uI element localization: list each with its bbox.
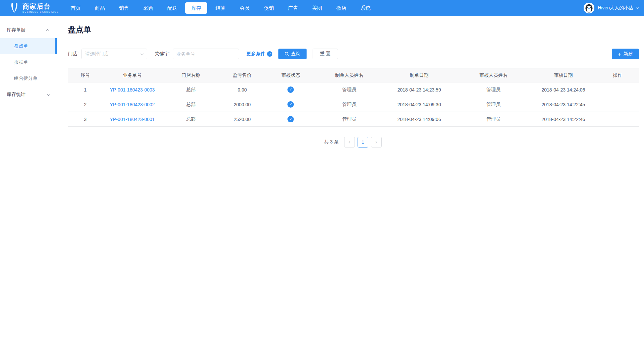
cell-created-at: 2018-04-23 14:09:30: [382, 97, 456, 112]
cell-index: 2: [68, 97, 102, 112]
nav-item-8[interactable]: 促销: [258, 2, 280, 14]
pagination-total: 共 3 条: [324, 139, 339, 145]
brand-leaf-icon: [9, 2, 19, 14]
brand-text: 商家后台 BUSINESS BACKSTAGE: [22, 3, 59, 13]
page-number-button[interactable]: 1: [358, 137, 368, 147]
cell-store: 总部: [162, 82, 219, 97]
nav-item-5[interactable]: 库存: [185, 2, 207, 14]
sidebar-item-0-0[interactable]: 盘点单: [0, 38, 57, 54]
sidebar-group-label: 库存单据: [7, 27, 25, 33]
cell-auditor: 管理员: [456, 112, 530, 127]
table-row: 2YP-001-180423-0002总部2000.00✓管理员2018-04-…: [68, 97, 639, 112]
audited-check-icon: ✓: [287, 116, 294, 122]
user-avatar: [584, 3, 594, 13]
cell-order-no: YP-001-180423-0003: [102, 82, 162, 97]
nav-item-7[interactable]: 会员: [233, 2, 256, 14]
column-header-5: 制单人员姓名: [316, 68, 382, 82]
column-header-0: 序号: [68, 68, 102, 82]
chevron-right-icon: ›: [375, 139, 377, 145]
sidebar-item-0-1[interactable]: 报损单: [0, 54, 57, 70]
column-header-4: 审核状态: [265, 68, 316, 82]
table-body: 1YP-001-180423-0003总部0.00✓管理员2018-04-23 …: [68, 82, 639, 127]
cell-order-no: YP-001-180423-0001: [102, 112, 162, 127]
chevron-up-icon: [46, 29, 49, 32]
cell-audit-status: ✓: [265, 112, 316, 127]
cell-audited-at: 2018-04-23 14:22:45: [531, 97, 596, 112]
cell-creator: 管理员: [316, 82, 382, 97]
search-button-label: 查询: [291, 51, 301, 57]
nav-item-6[interactable]: 结算: [209, 2, 231, 14]
more-conditions-link[interactable]: 更多条件: [247, 51, 272, 57]
column-header-3: 盈亏售价: [219, 68, 265, 82]
nav-item-11[interactable]: 微店: [330, 2, 352, 14]
user-menu[interactable]: Hiven大人的小店: [584, 3, 644, 13]
sidebar-group-1[interactable]: 库存统计: [0, 86, 57, 103]
nav-item-4[interactable]: 配送: [161, 2, 183, 14]
plus-icon: +: [618, 51, 621, 57]
filter-bar: 门店: 请选择门店 关键字: 更多条件 查询: [68, 49, 639, 59]
next-page-button[interactable]: ›: [371, 137, 382, 147]
sidebar: 库存单据盘点单报损单组合拆分单库存统计: [0, 16, 57, 362]
store-select[interactable]: 请选择门店: [82, 49, 147, 59]
column-header-1: 业务单号: [102, 68, 162, 82]
sidebar-group-0[interactable]: 库存单据: [0, 22, 57, 38]
pagination: 共 3 条 ‹ 1 ›: [68, 137, 639, 147]
nav-item-9[interactable]: 广告: [282, 2, 304, 14]
title-divider: [68, 41, 639, 41]
main-content: 盘点单 门店: 请选择门店 关键字: 更多条件 查询: [57, 16, 644, 362]
search-icon: [284, 52, 289, 56]
cell-profit-price: 0.00: [219, 82, 265, 97]
keyword-input[interactable]: [173, 49, 239, 59]
reset-button-label: 重 置: [320, 51, 331, 57]
cell-profit-price: 2000.00: [219, 97, 265, 112]
nav-item-2[interactable]: 销售: [113, 2, 135, 14]
audited-check-icon: ✓: [287, 86, 294, 93]
expand-conditions-icon: [267, 51, 272, 57]
inventory-table-area: 序号业务单号门店名称盈亏售价审核状态制单人员姓名制单日期审核人员姓名审核日期操作…: [68, 68, 639, 127]
reset-button[interactable]: 重 置: [313, 49, 338, 59]
top-navbar: 商家后台 BUSINESS BACKSTAGE 首页商品销售采购配送库存结算会员…: [0, 0, 644, 16]
nav-item-10[interactable]: 美团: [306, 2, 328, 14]
order-no-link[interactable]: YP-001-180423-0001: [110, 117, 155, 122]
penguin-avatar-icon: [584, 3, 594, 13]
cell-audit-status: ✓: [265, 82, 316, 97]
keyword-filter-label: 关键字:: [155, 51, 170, 57]
cell-actions: [596, 82, 639, 97]
page-title: 盘点单: [68, 16, 639, 41]
cell-order-no: YP-001-180423-0002: [102, 97, 162, 112]
nav-item-12[interactable]: 系统: [354, 2, 376, 14]
cell-audited-at: 2018-04-23 14:22:46: [531, 112, 596, 127]
create-button-label: 新建: [624, 51, 633, 57]
sidebar-group-label: 库存统计: [7, 92, 25, 98]
order-no-link[interactable]: YP-001-180423-0003: [110, 87, 155, 93]
cell-index: 1: [68, 82, 102, 97]
cell-store: 总部: [162, 97, 219, 112]
table-row: 3YP-001-180423-0001总部2520.00✓管理员2018-04-…: [68, 112, 639, 127]
store-select-placeholder: 请选择门店: [85, 51, 109, 57]
brand-title: 商家后台: [22, 3, 59, 10]
create-button[interactable]: + 新建: [612, 49, 639, 59]
column-header-2: 门店名称: [162, 68, 219, 82]
search-button[interactable]: 查询: [278, 49, 307, 59]
order-no-link[interactable]: YP-001-180423-0002: [110, 102, 155, 107]
cell-profit-price: 2520.00: [219, 112, 265, 127]
table-header-row: 序号业务单号门店名称盈亏售价审核状态制单人员姓名制单日期审核人员姓名审核日期操作: [68, 68, 639, 82]
cell-index: 3: [68, 112, 102, 127]
store-filter-label: 门店:: [68, 51, 79, 57]
column-header-7: 审核人员姓名: [456, 68, 530, 82]
cell-auditor: 管理员: [456, 82, 530, 97]
chevron-down-icon: [141, 52, 144, 55]
cell-created-at: 2018-04-23 14:23:59: [382, 82, 456, 97]
cell-actions: [596, 97, 639, 112]
cell-audited-at: 2018-04-23 14:24:06: [531, 82, 596, 97]
nav-item-0[interactable]: 首页: [64, 2, 87, 14]
nav-item-3[interactable]: 采购: [137, 2, 159, 14]
nav-item-1[interactable]: 商品: [89, 2, 111, 14]
brand-logo[interactable]: 商家后台 BUSINESS BACKSTAGE: [0, 2, 63, 14]
column-header-6: 制单日期: [382, 68, 456, 82]
cell-creator: 管理员: [316, 97, 382, 112]
prev-page-button[interactable]: ‹: [344, 137, 355, 147]
table-row: 1YP-001-180423-0003总部0.00✓管理员2018-04-23 …: [68, 82, 639, 97]
sidebar-item-0-2[interactable]: 组合拆分单: [0, 70, 57, 86]
cell-created-at: 2018-04-23 14:09:06: [382, 112, 456, 127]
